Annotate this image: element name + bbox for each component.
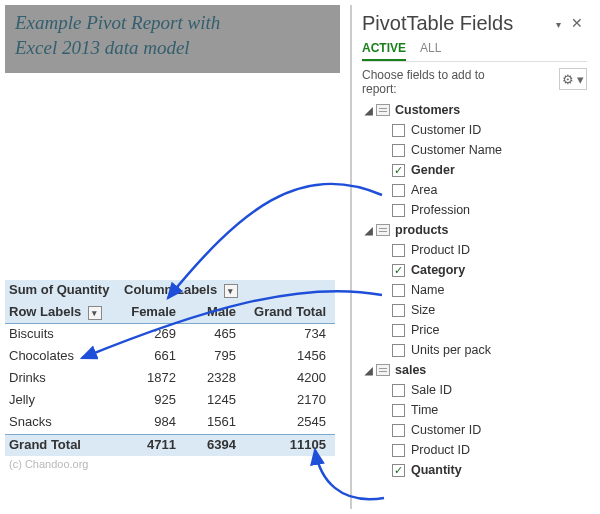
- field-label: Gender: [411, 163, 455, 177]
- cell-value: 1245: [180, 390, 240, 412]
- checkbox[interactable]: [392, 384, 405, 397]
- field-item[interactable]: Customer ID: [362, 420, 587, 440]
- checkbox[interactable]: [392, 344, 405, 357]
- col-grand-total: Grand Total: [240, 302, 330, 323]
- field-item[interactable]: Product ID: [362, 240, 587, 260]
- row-label: Drinks: [5, 368, 120, 390]
- field-label: Product ID: [411, 243, 470, 257]
- collapse-icon[interactable]: ◢: [364, 225, 374, 236]
- field-label: Name: [411, 283, 444, 297]
- checkbox[interactable]: [392, 164, 405, 177]
- close-icon[interactable]: ✕: [552, 11, 587, 35]
- field-item[interactable]: Sale ID: [362, 380, 587, 400]
- table-node[interactable]: ◢sales: [362, 360, 587, 380]
- field-item[interactable]: Customer Name: [362, 140, 587, 160]
- row-labels-header: Row Labels ▾: [5, 302, 120, 323]
- cell-value: 795: [180, 346, 240, 368]
- grand-total-row: Grand Total 4711 6394 11105: [5, 434, 335, 456]
- example-title: Example Pivot Report with Excel 2013 dat…: [5, 5, 340, 73]
- pane-prompt: Choose fields to add to report:: [362, 68, 522, 96]
- row-label: Chocolates: [5, 346, 120, 368]
- table-row: Drinks187223284200: [5, 368, 335, 390]
- table-node[interactable]: ◢products: [362, 220, 587, 240]
- cell-value: 1872: [120, 368, 180, 390]
- checkbox[interactable]: [392, 464, 405, 477]
- cell-value: 465: [180, 324, 240, 346]
- tab-active[interactable]: ACTIVE: [362, 41, 406, 61]
- table-icon: [376, 104, 390, 116]
- field-item[interactable]: Customer ID: [362, 120, 587, 140]
- tab-all[interactable]: ALL: [420, 41, 441, 61]
- field-item[interactable]: Time: [362, 400, 587, 420]
- field-label: Product ID: [411, 443, 470, 457]
- table-icon: [376, 224, 390, 236]
- checkbox[interactable]: [392, 124, 405, 137]
- cell-value: 2328: [180, 368, 240, 390]
- checkbox[interactable]: [392, 264, 405, 277]
- measure-label: Sum of Quantity: [5, 280, 120, 302]
- field-label: Quantity: [411, 463, 462, 477]
- checkbox[interactable]: [392, 444, 405, 457]
- checkbox[interactable]: [392, 184, 405, 197]
- col-female: Female: [120, 302, 180, 323]
- field-item[interactable]: Units per pack: [362, 340, 587, 360]
- field-item[interactable]: Category: [362, 260, 587, 280]
- pane-title: PivotTable Fields: [362, 12, 513, 35]
- checkbox[interactable]: [392, 204, 405, 217]
- field-label: Customer ID: [411, 123, 481, 137]
- cell-value: 2170: [240, 390, 330, 412]
- checkbox[interactable]: [392, 284, 405, 297]
- field-item[interactable]: Profession: [362, 200, 587, 220]
- field-label: Profession: [411, 203, 470, 217]
- field-label: Sale ID: [411, 383, 452, 397]
- field-item[interactable]: Size: [362, 300, 587, 320]
- cell-value: 2545: [240, 412, 330, 434]
- credit: (c) Chandoo.org: [5, 456, 335, 472]
- table-row: Snacks98415612545: [5, 412, 335, 434]
- row-label: Jelly: [5, 390, 120, 412]
- cell-value: 1456: [240, 346, 330, 368]
- checkbox[interactable]: [392, 144, 405, 157]
- column-labels-dropdown[interactable]: ▾: [224, 284, 238, 298]
- checkbox[interactable]: [392, 244, 405, 257]
- checkbox[interactable]: [392, 404, 405, 417]
- field-item[interactable]: Price: [362, 320, 587, 340]
- pane-tabs: ACTIVE ALL: [362, 41, 587, 62]
- cell-value: 269: [120, 324, 180, 346]
- row-labels-dropdown[interactable]: ▾: [88, 306, 102, 320]
- collapse-icon[interactable]: ◢: [364, 365, 374, 376]
- checkbox[interactable]: [392, 304, 405, 317]
- field-label: Customer ID: [411, 423, 481, 437]
- pane-title-row: PivotTable Fields ✕: [362, 11, 587, 35]
- cell-value: 4200: [240, 368, 330, 390]
- table-name: sales: [395, 363, 426, 377]
- field-label: Area: [411, 183, 437, 197]
- table-row: Jelly92512452170: [5, 390, 335, 412]
- field-item[interactable]: Product ID: [362, 440, 587, 460]
- collapse-icon[interactable]: ◢: [364, 105, 374, 116]
- table-name: products: [395, 223, 448, 237]
- pivottable-fields-pane: PivotTable Fields ✕ ACTIVE ALL Choose fi…: [350, 5, 595, 509]
- column-labels-header: Column Labels ▾: [120, 280, 335, 302]
- table-icon: [376, 364, 390, 376]
- field-label: Units per pack: [411, 343, 491, 357]
- field-item[interactable]: Gender: [362, 160, 587, 180]
- field-item[interactable]: Quantity: [362, 460, 587, 480]
- field-item[interactable]: Area: [362, 180, 587, 200]
- cell-value: 925: [120, 390, 180, 412]
- field-label: Price: [411, 323, 439, 337]
- gear-icon[interactable]: ⚙ ▾: [559, 68, 587, 90]
- field-label: Size: [411, 303, 435, 317]
- field-tree: ◢CustomersCustomer IDCustomer NameGender…: [362, 100, 587, 480]
- table-node[interactable]: ◢Customers: [362, 100, 587, 120]
- field-label: Category: [411, 263, 465, 277]
- cell-value: 1561: [180, 412, 240, 434]
- field-item[interactable]: Name: [362, 280, 587, 300]
- field-label: Time: [411, 403, 438, 417]
- cell-value: 661: [120, 346, 180, 368]
- checkbox[interactable]: [392, 324, 405, 337]
- row-label: Biscuits: [5, 324, 120, 346]
- table-row: Biscuits269465734: [5, 324, 335, 346]
- checkbox[interactable]: [392, 424, 405, 437]
- col-male: Male: [180, 302, 240, 323]
